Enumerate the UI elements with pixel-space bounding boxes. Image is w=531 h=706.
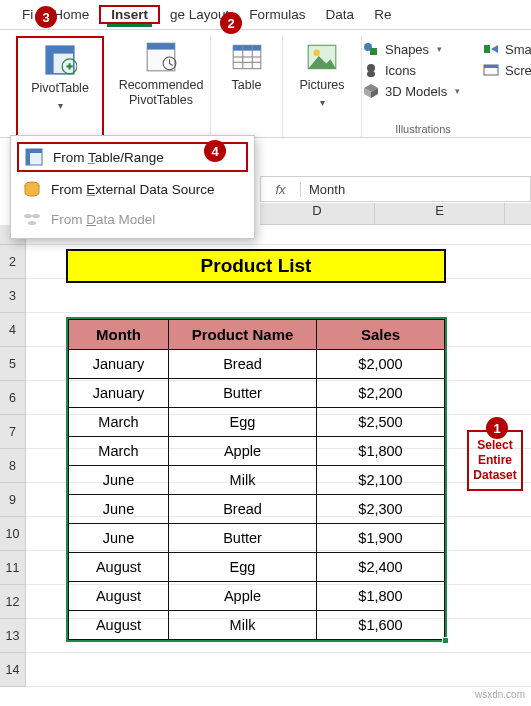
worksheet: 1 2 3 4 5 6 7 8 9 10 11 12 13 14 Product… [0,225,531,706]
row-header[interactable]: 14 [0,653,25,687]
screenshot-icon [483,62,499,78]
column-headers: D E [260,203,531,225]
chevron-down-icon [318,95,326,103]
icons-icon [363,62,379,78]
pictures-button[interactable]: Pictures [291,36,353,128]
col-header-d[interactable]: D [260,203,375,224]
tab-review[interactable]: Re [364,3,401,26]
table-header-row: Month Product Name Sales [69,320,445,350]
illustrations-group-label: Illustrations [283,123,531,135]
table-label: Table [232,78,262,93]
svg-rect-2 [46,46,53,74]
ribbon-body: PivotTable Recommended PivotTables Table… [0,30,531,138]
from-external-label: From External Data Source [51,182,215,197]
ribbon-tabs: Fi Home Insert ge Layout Formulas Data R… [0,0,531,30]
row-header[interactable]: 2 [0,245,25,279]
table-row: JuneButter$1,900 [69,524,445,553]
from-external-item[interactable]: From External Data Source [11,174,254,204]
from-data-model-item: From Data Model [11,204,254,234]
table-icon [230,40,264,74]
row-header[interactable]: 11 [0,551,25,585]
svg-rect-21 [484,65,498,68]
pictures-label: Pictures [299,78,344,93]
table-button[interactable]: Table [219,36,274,128]
cube-icon [363,83,379,99]
recommended-pivottables-button[interactable]: Recommended PivotTables [120,36,202,128]
step-badge-4: 4 [204,140,226,162]
icons-button[interactable]: Icons [363,61,473,79]
row-header[interactable]: 10 [0,517,25,551]
table-row: JuneBread$2,300 [69,495,445,524]
formula-bar-value[interactable]: Month [301,182,353,197]
table-row: AugustEgg$2,400 [69,553,445,582]
from-table-range-label: From Table/Range [53,150,164,165]
row-headers: 1 2 3 4 5 6 7 8 9 10 11 12 13 14 [0,225,26,687]
svg-point-17 [367,64,375,72]
table-row: JuneMilk$2,100 [69,466,445,495]
svg-rect-5 [147,43,175,49]
pivottable-button[interactable]: PivotTable [19,39,101,131]
col-header-e[interactable]: E [375,203,505,224]
recommended-label-1: Recommended [119,78,204,93]
svg-rect-18 [367,71,375,77]
formula-bar: fx Month [260,176,531,202]
tab-data[interactable]: Data [316,3,365,26]
data-table-selection[interactable]: Month Product Name Sales JanuaryBread$2,… [66,317,447,642]
col-product: Product Name [169,320,317,350]
svg-point-26 [24,214,32,218]
svg-rect-8 [233,45,261,50]
table-row: JanuaryButter$2,200 [69,379,445,408]
tab-formulas[interactable]: Formulas [239,3,315,26]
external-source-icon [23,180,41,198]
cells-area[interactable]: Product List Month Product Name Sales Ja… [26,225,531,706]
step-badge-3: 3 [35,6,57,28]
svg-rect-16 [370,48,377,55]
pivottable-label: PivotTable [31,81,89,96]
row-header[interactable]: 13 [0,619,25,653]
fx-icon[interactable]: fx [261,182,301,197]
row-header[interactable]: 8 [0,449,25,483]
shapes-button[interactable]: Shapes▾ [363,40,473,58]
step-badge-2: 2 [220,12,242,34]
step-badge-1: 1 [486,417,508,439]
row-header[interactable]: 6 [0,381,25,415]
svg-rect-24 [26,149,30,165]
recommended-icon [144,40,178,74]
svg-rect-19 [484,45,490,53]
svg-point-14 [314,50,320,56]
table-row: AugustApple$1,800 [69,582,445,611]
data-model-icon [23,210,41,228]
smartart-icon [483,41,499,57]
row-header[interactable]: 9 [0,483,25,517]
row-header[interactable]: 5 [0,347,25,381]
recommended-label-2: PivotTables [129,93,193,108]
table-row: AugustMilk$1,600 [69,611,445,640]
col-sales: Sales [317,320,445,350]
table-row: JanuaryBread$2,000 [69,350,445,379]
smartart-button[interactable]: SmartArt [483,40,531,58]
table-range-icon [25,148,43,166]
table-row: MarchApple$1,800 [69,437,445,466]
shapes-icon [363,41,379,57]
row-header[interactable]: 4 [0,313,25,347]
3d-models-button[interactable]: 3D Models▾ [363,82,473,100]
select-dataset-callout: Select Entire Dataset [467,430,523,491]
row-header[interactable]: 3 [0,279,25,313]
col-month: Month [69,320,169,350]
pivottable-icon [43,43,77,77]
row-header[interactable]: 12 [0,585,25,619]
chevron-down-icon [56,98,64,106]
from-data-model-label: From Data Model [51,212,155,227]
row-header[interactable]: 7 [0,415,25,449]
pictures-icon [305,40,339,74]
screenshot-button[interactable]: Screensh [483,61,531,79]
svg-point-27 [32,214,40,218]
watermark: wsxdn.com [475,689,525,700]
selection-handle-icon[interactable] [442,637,449,644]
svg-point-28 [28,221,36,225]
table-row: MarchEgg$2,500 [69,408,445,437]
product-list-title: Product List [66,249,446,283]
tab-insert[interactable]: Insert [101,3,158,26]
